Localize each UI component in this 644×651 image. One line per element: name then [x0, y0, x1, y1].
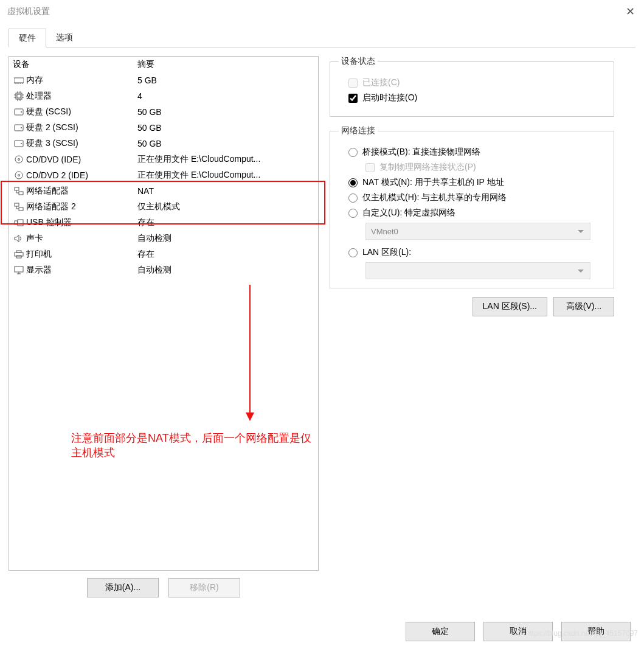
- radio-hostonly[interactable]: [348, 193, 358, 203]
- advanced-button[interactable]: 高级(V)...: [553, 297, 614, 316]
- device-row[interactable]: 打印机存在: [9, 246, 318, 262]
- cpu-icon: [13, 91, 25, 101]
- device-summary: 50 GB: [137, 107, 314, 117]
- disk-icon: [13, 124, 25, 131]
- radio-lanseg[interactable]: [348, 248, 358, 257]
- ok-button[interactable]: 确定: [406, 622, 475, 641]
- cancel-button[interactable]: 取消: [483, 622, 553, 641]
- tab-options[interactable]: 选项: [46, 29, 83, 47]
- device-row[interactable]: 声卡自动检测: [9, 231, 318, 246]
- device-summary: 存在: [137, 249, 314, 260]
- dropdown-custom-vmnet: VMnet0: [365, 223, 590, 240]
- svg-point-19: [21, 127, 22, 128]
- dropdown-lanseg: [365, 262, 590, 279]
- add-button[interactable]: 添加(A)...: [87, 578, 159, 597]
- device-summary: 自动检测: [137, 265, 314, 276]
- col-header-summary: 摘要: [137, 59, 314, 70]
- svg-point-21: [21, 143, 22, 144]
- disk-icon: [13, 108, 25, 116]
- device-name: CD/DVD 2 (IDE): [26, 170, 137, 180]
- annotation-highlight-box: [1, 181, 325, 225]
- device-row[interactable]: 硬盘 2 (SCSI)50 GB: [9, 120, 318, 136]
- device-row[interactable]: 处理器4: [9, 88, 318, 104]
- svg-point-17: [21, 111, 22, 113]
- device-name: 打印机: [26, 249, 137, 260]
- radio-custom[interactable]: [348, 209, 358, 218]
- tab-hardware[interactable]: 硬件: [9, 29, 46, 47]
- device-name: 内存: [26, 75, 137, 86]
- device-summary: 50 GB: [137, 123, 314, 133]
- svg-point-25: [18, 175, 20, 176]
- device-summary: 自动检测: [137, 233, 314, 244]
- close-icon[interactable]: ✕: [626, 5, 635, 18]
- device-summary: 4: [137, 91, 314, 101]
- cd-icon: [13, 155, 25, 164]
- lanseg-button[interactable]: LAN 区段(S)...: [473, 297, 547, 316]
- device-name: 显示器: [26, 265, 137, 276]
- radio-bridged[interactable]: [348, 148, 358, 157]
- memory-icon: [13, 77, 25, 84]
- device-name: 硬盘 3 (SCSI): [26, 138, 137, 149]
- tab-strip: 硬件 选项: [9, 28, 635, 47]
- fieldset-device-status: 设备状态 已连接(C) 启动时连接(O): [330, 56, 614, 117]
- device-row[interactable]: 显示器自动检测: [9, 262, 318, 278]
- svg-rect-7: [17, 94, 21, 98]
- device-name: 处理器: [26, 91, 137, 102]
- help-button[interactable]: 帮助: [561, 622, 631, 641]
- svg-point-22: [15, 156, 23, 163]
- remove-button[interactable]: 移除(R): [168, 578, 240, 597]
- disk-icon: [13, 140, 25, 147]
- display-icon: [13, 266, 25, 274]
- device-name: 硬盘 2 (SCSI): [26, 122, 137, 133]
- device-name: 声卡: [26, 233, 137, 244]
- annotation-arrow: [249, 285, 258, 421]
- device-row[interactable]: 硬盘 3 (SCSI)50 GB: [9, 136, 318, 151]
- printer-icon: [13, 250, 25, 259]
- chk-connected: [348, 78, 358, 88]
- device-row[interactable]: 硬盘 (SCSI)50 GB: [9, 104, 318, 120]
- device-summary: 正在使用文件 E:\CloudComput...: [137, 154, 314, 165]
- cd-icon: [13, 170, 25, 180]
- device-name: 硬盘 (SCSI): [26, 106, 137, 117]
- window-title: 虚拟机设置: [7, 6, 50, 17]
- svg-point-23: [18, 159, 20, 161]
- svg-rect-39: [15, 266, 23, 272]
- legend-network: 网络连接: [339, 125, 378, 136]
- radio-nat[interactable]: [348, 178, 358, 187]
- annotation-text: 注意前面部分是NAT模式，后面一个网络配置是仅主机模式: [71, 431, 318, 460]
- legend-device-status: 设备状态: [339, 56, 378, 67]
- chk-connect-at-start[interactable]: [348, 94, 358, 103]
- svg-rect-0: [14, 78, 24, 83]
- device-summary: 50 GB: [137, 139, 314, 148]
- device-summary: 5 GB: [137, 75, 314, 85]
- device-row[interactable]: CD/DVD (IDE)正在使用文件 E:\CloudComput...: [9, 151, 318, 167]
- svg-point-24: [15, 172, 23, 179]
- chk-replicate: [365, 163, 375, 172]
- device-row[interactable]: 内存5 GB: [9, 72, 318, 88]
- fieldset-network-connection: 网络连接 桥接模式(B): 直接连接物理网络 复制物理网络连接状态(P) NAT…: [330, 125, 614, 288]
- col-header-device: 设备: [13, 59, 137, 70]
- device-summary: 正在使用文件 E:\CloudComput...: [137, 170, 314, 181]
- device-name: CD/DVD (IDE): [26, 155, 137, 164]
- device-list: 设备 摘要 内存5 GB处理器4硬盘 (SCSI)50 GB硬盘 2 (SCSI…: [9, 56, 319, 571]
- sound-icon: [13, 234, 25, 243]
